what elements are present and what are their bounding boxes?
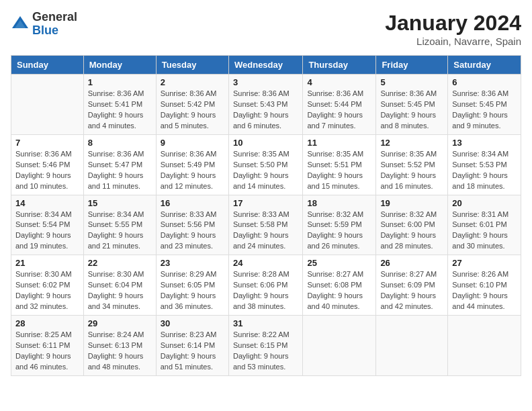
calendar-cell: 29Sunrise: 8:24 AMSunset: 6:13 PMDayligh… [83,316,156,376]
calendar-cell [303,316,376,376]
day-number: 11 [307,138,371,148]
weekday-header-tuesday: Tuesday [156,56,228,75]
calendar-cell: 8Sunrise: 8:36 AMSunset: 5:47 PMDaylight… [83,134,156,195]
day-detail: Sunrise: 8:25 AMSunset: 6:11 PMDaylight:… [15,330,79,373]
day-detail: Sunrise: 8:36 AMSunset: 5:46 PMDaylight:… [15,149,79,192]
day-number: 5 [380,77,443,87]
day-number: 22 [88,258,152,268]
week-row-5: 28Sunrise: 8:25 AMSunset: 6:11 PMDayligh… [11,316,521,376]
day-number: 24 [233,258,298,268]
week-row-1: 1Sunrise: 8:36 AMSunset: 5:41 PMDaylight… [11,75,521,135]
calendar-cell: 10Sunrise: 8:35 AMSunset: 5:50 PMDayligh… [228,134,302,195]
calendar-cell: 24Sunrise: 8:28 AMSunset: 6:06 PMDayligh… [228,255,302,316]
location: Lizoain, Navarre, Spain [385,36,521,47]
day-number: 16 [161,198,224,208]
day-number: 27 [452,258,517,268]
day-number: 12 [380,138,443,148]
day-number: 2 [161,77,224,87]
calendar-cell: 3Sunrise: 8:36 AMSunset: 5:43 PMDaylight… [228,75,302,135]
day-number: 6 [452,77,517,87]
day-detail: Sunrise: 8:31 AMSunset: 6:01 PMDaylight:… [452,210,517,253]
title-block: January 2024 Lizoain, Navarre, Spain [385,11,521,47]
day-number: 3 [233,77,298,87]
day-detail: Sunrise: 8:26 AMSunset: 6:10 PMDaylight:… [452,269,517,312]
day-detail: Sunrise: 8:36 AMSunset: 5:45 PMDaylight:… [380,89,443,132]
calendar-cell: 17Sunrise: 8:33 AMSunset: 5:58 PMDayligh… [228,195,302,255]
weekday-header-saturday: Saturday [448,56,521,75]
day-number: 31 [233,318,298,328]
day-number: 7 [15,138,79,148]
day-detail: Sunrise: 8:24 AMSunset: 6:13 PMDaylight:… [88,330,152,373]
day-detail: Sunrise: 8:35 AMSunset: 5:50 PMDaylight:… [233,149,298,192]
day-number: 1 [88,77,152,87]
day-detail: Sunrise: 8:30 AMSunset: 6:04 PMDaylight:… [88,269,152,312]
day-number: 17 [233,198,298,208]
day-number: 9 [161,138,224,148]
calendar-cell: 27Sunrise: 8:26 AMSunset: 6:10 PMDayligh… [448,255,521,316]
logo: General Blue [11,11,77,38]
page-header: General Blue January 2024 Lizoain, Navar… [11,11,521,47]
day-detail: Sunrise: 8:28 AMSunset: 6:06 PMDaylight:… [233,269,298,312]
day-number: 26 [380,258,443,268]
day-number: 19 [380,198,443,208]
calendar-cell: 30Sunrise: 8:23 AMSunset: 6:14 PMDayligh… [156,316,228,376]
week-row-3: 14Sunrise: 8:34 AMSunset: 5:54 PMDayligh… [11,195,521,255]
day-detail: Sunrise: 8:36 AMSunset: 5:47 PMDaylight:… [88,149,152,192]
calendar-cell: 1Sunrise: 8:36 AMSunset: 5:41 PMDaylight… [83,75,156,135]
day-number: 4 [307,77,371,87]
weekday-header-sunday: Sunday [11,56,84,75]
calendar-cell: 31Sunrise: 8:22 AMSunset: 6:15 PMDayligh… [228,316,302,376]
calendar-cell: 7Sunrise: 8:36 AMSunset: 5:46 PMDaylight… [11,134,84,195]
day-detail: Sunrise: 8:36 AMSunset: 5:44 PMDaylight:… [307,89,371,132]
day-detail: Sunrise: 8:30 AMSunset: 6:02 PMDaylight:… [15,269,79,312]
calendar-cell: 23Sunrise: 8:29 AMSunset: 6:05 PMDayligh… [156,255,228,316]
calendar-cell: 14Sunrise: 8:34 AMSunset: 5:54 PMDayligh… [11,195,84,255]
weekday-header-monday: Monday [83,56,156,75]
logo-icon [11,15,30,34]
day-number: 8 [88,138,152,148]
calendar-cell: 16Sunrise: 8:33 AMSunset: 5:56 PMDayligh… [156,195,228,255]
weekday-header-row: SundayMondayTuesdayWednesdayThursdayFrid… [11,56,521,75]
day-number: 29 [88,318,152,328]
calendar-cell: 26Sunrise: 8:27 AMSunset: 6:09 PMDayligh… [376,255,448,316]
calendar-cell: 11Sunrise: 8:35 AMSunset: 5:51 PMDayligh… [303,134,376,195]
calendar-cell: 20Sunrise: 8:31 AMSunset: 6:01 PMDayligh… [448,195,521,255]
weekday-header-friday: Friday [376,56,448,75]
calendar-table: SundayMondayTuesdayWednesdayThursdayFrid… [11,55,521,376]
day-detail: Sunrise: 8:36 AMSunset: 5:42 PMDaylight:… [161,89,224,132]
day-detail: Sunrise: 8:27 AMSunset: 6:08 PMDaylight:… [307,269,371,312]
calendar-cell [448,316,521,376]
day-number: 10 [233,138,298,148]
calendar-cell [376,316,448,376]
day-detail: Sunrise: 8:36 AMSunset: 5:45 PMDaylight:… [452,89,517,132]
calendar-cell: 18Sunrise: 8:32 AMSunset: 5:59 PMDayligh… [303,195,376,255]
day-number: 23 [161,258,224,268]
calendar-cell: 22Sunrise: 8:30 AMSunset: 6:04 PMDayligh… [83,255,156,316]
day-number: 18 [307,198,371,208]
logo-general: General [32,11,77,24]
calendar-cell [11,75,84,135]
day-detail: Sunrise: 8:35 AMSunset: 5:51 PMDaylight:… [307,149,371,192]
day-detail: Sunrise: 8:36 AMSunset: 5:49 PMDaylight:… [161,149,224,192]
day-detail: Sunrise: 8:27 AMSunset: 6:09 PMDaylight:… [380,269,443,312]
calendar-cell: 28Sunrise: 8:25 AMSunset: 6:11 PMDayligh… [11,316,84,376]
day-detail: Sunrise: 8:36 AMSunset: 5:43 PMDaylight:… [233,89,298,132]
day-number: 21 [15,258,79,268]
logo-text: General Blue [32,11,77,38]
day-detail: Sunrise: 8:29 AMSunset: 6:05 PMDaylight:… [161,269,224,312]
day-number: 13 [452,138,517,148]
day-detail: Sunrise: 8:34 AMSunset: 5:53 PMDaylight:… [452,149,517,192]
day-detail: Sunrise: 8:34 AMSunset: 5:55 PMDaylight:… [88,210,152,253]
day-detail: Sunrise: 8:23 AMSunset: 6:14 PMDaylight:… [161,330,224,373]
day-number: 25 [307,258,371,268]
weekday-header-thursday: Thursday [303,56,376,75]
day-detail: Sunrise: 8:33 AMSunset: 5:56 PMDaylight:… [161,210,224,253]
day-detail: Sunrise: 8:34 AMSunset: 5:54 PMDaylight:… [15,210,79,253]
day-detail: Sunrise: 8:35 AMSunset: 5:52 PMDaylight:… [380,149,443,192]
month-title: January 2024 [385,11,521,36]
calendar-cell: 9Sunrise: 8:36 AMSunset: 5:49 PMDaylight… [156,134,228,195]
day-number: 15 [88,198,152,208]
calendar-cell: 13Sunrise: 8:34 AMSunset: 5:53 PMDayligh… [448,134,521,195]
day-detail: Sunrise: 8:32 AMSunset: 6:00 PMDaylight:… [380,210,443,253]
day-number: 28 [15,318,79,328]
